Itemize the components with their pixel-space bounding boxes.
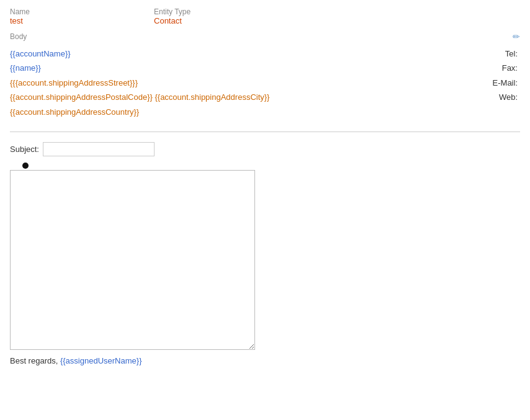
var-account-name: {{accountName}} — [10, 49, 71, 58]
var-shipping-country: {{account.shippingAddressCountry}} — [10, 107, 139, 117]
subject-row: Subject: — [10, 142, 520, 156]
body-label: Body — [10, 32, 27, 41]
web-label: Web: — [493, 90, 518, 104]
entity-type-label: Entity Type — [154, 7, 191, 16]
template-line-4: {{account.shippingAddressPostalCode}} {{… — [10, 90, 493, 104]
dot-row-top — [10, 163, 520, 169]
body-textarea[interactable] — [10, 170, 255, 350]
signature-variable: {{assignedUserName}} — [60, 356, 142, 365]
template-line-3: {{{account.shippingAddressStreet}}} — [10, 76, 493, 90]
email-label: E-Mail: — [493, 76, 518, 90]
body-left: {{accountName}} {{name}} {{{account.ship… — [10, 47, 493, 119]
textarea-container — [10, 170, 520, 350]
entity-type-column: Entity Type Contact — [154, 7, 191, 25]
tel-label: Tel: — [493, 47, 518, 61]
template-line-1: {{accountName}} — [10, 47, 493, 61]
entity-type-value: Contact — [154, 16, 191, 25]
body-right: Tel: Fax: E-Mail: Web: — [493, 47, 520, 119]
fax-label: Fax: — [493, 61, 518, 75]
name-label: Name — [10, 7, 30, 16]
subject-label: Subject: — [10, 145, 39, 154]
subject-input[interactable] — [43, 142, 155, 156]
var-shipping-postal-city: {{account.shippingAddressPostalCode}} {{… — [10, 92, 269, 102]
dot-indicator-top — [22, 163, 29, 169]
name-value: test — [10, 16, 30, 25]
name-column: Name test — [10, 7, 30, 25]
divider — [10, 132, 520, 132]
template-line-2: {{name}} — [10, 61, 493, 75]
signature-line: Best regards, {{assignedUserName}} — [10, 356, 520, 365]
template-line-5: {{account.shippingAddressCountry}} — [10, 105, 493, 119]
var-name: {{name}} — [10, 63, 41, 73]
edit-icon[interactable]: ✏ — [513, 32, 520, 42]
var-shipping-street: {{{account.shippingAddressStreet}}} — [10, 78, 138, 87]
body-section: Body ✏ {{accountName}} {{name}} {{{accou… — [10, 32, 520, 122]
body-content: {{accountName}} {{name}} {{{account.ship… — [10, 44, 520, 122]
signature-prefix: Best regards, — [10, 356, 60, 365]
compose-section: Subject: — [10, 142, 520, 350]
header-section: Name test Entity Type Contact — [10, 7, 520, 25]
body-header: Body ✏ — [10, 32, 520, 42]
